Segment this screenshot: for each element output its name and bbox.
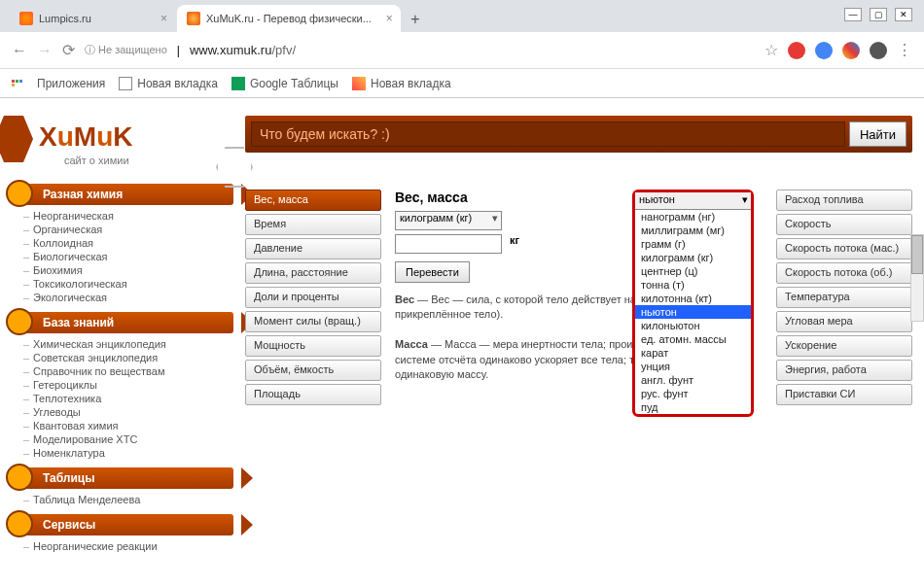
sidebar-link[interactable]: Неорганическая: [33, 209, 233, 223]
dropdown-option[interactable]: унция: [635, 360, 751, 373]
close-icon[interactable]: ×: [386, 12, 393, 25]
extension-icon[interactable]: [815, 42, 833, 59]
category-button[interactable]: Время: [245, 214, 381, 235]
tab-lumpics[interactable]: Lumpics.ru ×: [10, 5, 175, 32]
search-button[interactable]: Найти: [849, 121, 906, 147]
dropdown-option[interactable]: нанограмм (нг): [635, 210, 751, 224]
bookmark-item[interactable]: Новая вкладка: [119, 77, 218, 90]
category-button[interactable]: Скорость: [776, 214, 912, 235]
dropdown-option[interactable]: ед. атомн. массы: [635, 332, 751, 346]
category-button[interactable]: Приставки СИ: [776, 384, 912, 405]
from-unit-select[interactable]: килограмм (кг): [395, 211, 502, 230]
reload-button[interactable]: ⟳: [62, 41, 75, 59]
sidebar-link[interactable]: Неорганические реакции: [33, 539, 233, 553]
sidebar-link[interactable]: Углеводы: [33, 405, 233, 419]
sidebar-link[interactable]: Химическая энциклопедия: [33, 337, 233, 351]
sidebar-link[interactable]: Советская энциклопедия: [33, 351, 233, 364]
sidebar-link[interactable]: Теплотехника: [33, 392, 233, 405]
star-icon[interactable]: ☆: [764, 41, 778, 59]
new-tab-button[interactable]: +: [403, 7, 428, 32]
favicon-icon: [187, 12, 200, 25]
sidebar-link[interactable]: Биохимия: [33, 263, 233, 277]
win-max[interactable]: ▢: [870, 8, 887, 21]
close-icon[interactable]: ×: [160, 12, 167, 25]
page-icon: [352, 77, 366, 90]
dropdown-option[interactable]: тонна (т): [635, 278, 751, 292]
profile-icon[interactable]: [870, 42, 887, 59]
category-button[interactable]: Объём, ёмкость: [245, 360, 381, 381]
convert-button[interactable]: Перевести: [395, 261, 470, 283]
sidebar-link[interactable]: Справочник по веществам: [33, 364, 233, 378]
extension-icon[interactable]: [842, 42, 860, 59]
dropdown-option[interactable]: карат: [635, 346, 751, 360]
extension-icon[interactable]: [788, 42, 805, 59]
sidebar-link[interactable]: Органическая: [33, 223, 233, 236]
tab-title: XuMuK.ru - Перевод физически...: [206, 13, 372, 24]
category-button[interactable]: Мощность: [245, 335, 381, 357]
scrollbar[interactable]: [910, 234, 924, 322]
dropdown-option[interactable]: килоньютон: [635, 319, 751, 332]
sidebar-category-header[interactable]: Таблицы: [14, 467, 233, 489]
sidebar-link[interactable]: Таблица Менделеева: [33, 493, 233, 506]
to-unit-dropdown[interactable]: ньютон нанограмм (нг)миллиграмм (мг)грам…: [632, 190, 754, 417]
logo-subtitle: сайт о химии: [64, 155, 132, 166]
favicon-icon: [19, 12, 33, 25]
category-button[interactable]: Давление: [245, 238, 381, 259]
sidebar: XuMuK сайт о химии Разная химияНеорганич…: [0, 98, 233, 561]
dropdown-option[interactable]: англ. фунт: [635, 373, 751, 387]
dropdown-option[interactable]: миллиграмм (мг): [635, 224, 751, 237]
forward-button[interactable]: →: [37, 42, 53, 59]
logo-text[interactable]: XuMuK: [39, 121, 132, 153]
sidebar-link[interactable]: Квантовая химия: [33, 419, 233, 432]
category-button[interactable]: Вес, масса: [245, 190, 381, 211]
sidebar-link[interactable]: Моделирование ХТС: [33, 432, 233, 446]
back-button[interactable]: ←: [12, 42, 27, 59]
sidebar-link[interactable]: Номенклатура: [33, 446, 233, 460]
url-field[interactable]: www.xumuk.ru/pfv/: [190, 43, 755, 57]
sidebar-link[interactable]: Биологическая: [33, 250, 233, 263]
dropdown-option[interactable]: пуд: [635, 400, 751, 414]
dropdown-option[interactable]: рус. фунт: [635, 387, 751, 400]
bookmarks-bar: Приложения Новая вкладка Google Таблицы …: [0, 69, 924, 98]
dropdown-option[interactable]: килограмм (кг): [635, 251, 751, 264]
tab-title: Lumpics.ru: [39, 13, 91, 24]
bookmark-item[interactable]: Google Таблицы: [231, 77, 338, 90]
category-button[interactable]: Угловая мера: [776, 311, 912, 332]
dropdown-option[interactable]: ньютон: [635, 305, 751, 319]
dropdown-current[interactable]: ньютон: [635, 192, 751, 210]
category-button[interactable]: Скорость потока (мас.): [776, 238, 912, 259]
category-button[interactable]: Длина, расстояние: [245, 262, 381, 284]
win-min[interactable]: —: [844, 8, 862, 21]
sidebar-category-header[interactable]: Сервисы: [14, 514, 233, 535]
bookmark-item[interactable]: Новая вкладка: [352, 77, 451, 90]
category-button[interactable]: Доли и проценты: [245, 287, 381, 308]
tab-xumuk[interactable]: XuMuK.ru - Перевод физически... ×: [177, 5, 401, 32]
sidebar-link[interactable]: Экологическая: [33, 291, 233, 304]
security-icon[interactable]: ⓘ Не защищено: [85, 43, 167, 57]
category-button[interactable]: Момент силы (вращ.): [245, 311, 381, 332]
value-input[interactable]: [395, 234, 502, 254]
sheets-icon: [231, 77, 245, 90]
menu-icon[interactable]: ⋮: [897, 41, 912, 59]
sidebar-category-header[interactable]: База знаний: [14, 312, 233, 333]
sidebar-category-header[interactable]: Разная химия: [14, 184, 233, 205]
category-button[interactable]: Скорость потока (об.): [776, 262, 912, 284]
category-button[interactable]: Температура: [776, 287, 912, 308]
category-button[interactable]: Ускорение: [776, 335, 912, 357]
sidebar-link[interactable]: Коллоидная: [33, 236, 233, 250]
dropdown-option[interactable]: центнер (ц): [635, 264, 751, 278]
dropdown-option[interactable]: грамм (г): [635, 237, 751, 251]
category-button[interactable]: Расход топлива: [776, 190, 912, 211]
win-close[interactable]: ✕: [895, 8, 912, 21]
category-button[interactable]: Энергия, работа: [776, 360, 912, 381]
apps-icon[interactable]: [12, 80, 23, 86]
category-button[interactable]: Площадь: [245, 384, 381, 405]
dropdown-option[interactable]: килотонна (кт): [635, 292, 751, 305]
logo-icon: [0, 116, 33, 162]
scrollbar-thumb[interactable]: [911, 235, 923, 274]
sidebar-link[interactable]: Гетероциклы: [33, 378, 233, 392]
sidebar-link[interactable]: Токсикологическая: [33, 277, 233, 291]
search-bar: Найти: [245, 116, 912, 153]
search-input[interactable]: [251, 121, 845, 147]
apps-label[interactable]: Приложения: [37, 77, 105, 90]
